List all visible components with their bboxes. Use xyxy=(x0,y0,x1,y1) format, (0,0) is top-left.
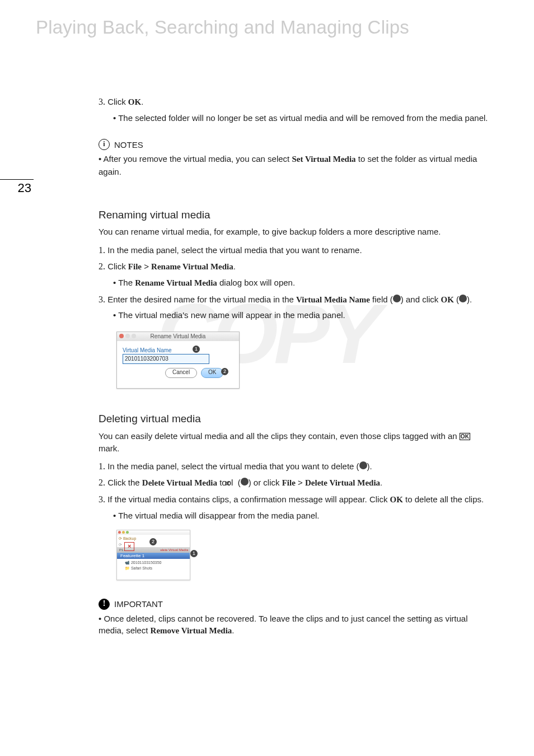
bold: Remove Virtual Media xyxy=(151,626,232,635)
heading-renaming: Renaming virtual media xyxy=(99,207,490,223)
bold: Rename Virtual Media xyxy=(135,278,217,287)
notes-label: NOTES xyxy=(114,139,143,151)
callout-1-icon: 1 xyxy=(393,295,401,302)
period: . xyxy=(380,478,382,487)
gt: > xyxy=(296,478,305,487)
important-label-row: ! IMPORTANT xyxy=(99,598,163,610)
mid2: ) and click xyxy=(401,295,441,304)
rename-step3-bullet: • The virtual media's new name will appe… xyxy=(99,309,490,321)
callout-1-icon: 1 xyxy=(190,550,198,557)
period: . xyxy=(233,262,236,271)
notes-bold: Set Virtual Media xyxy=(292,155,355,164)
renaming-intro: You can rename virtual media, for exampl… xyxy=(99,226,490,238)
backup-label: Backup xyxy=(123,536,136,540)
pclose: ). xyxy=(467,295,472,304)
file-bold: File xyxy=(128,262,142,271)
entries: 📹 20101103150350 📁 Safari Shots xyxy=(117,559,190,571)
zoom-icon xyxy=(132,334,136,338)
step-text: Click xyxy=(107,97,128,106)
post: . xyxy=(232,626,234,635)
delete-step3: 3. If the virtual media contains clips, … xyxy=(99,493,490,506)
window-traffic-lights xyxy=(119,334,136,338)
figure-rename-dialog: Rename Virtual Media Virtual Media Name … xyxy=(116,332,240,389)
notes-pre: • After you remove the virtual media, yo… xyxy=(99,154,292,164)
toolname-bold: Delete Virtual Media xyxy=(142,478,217,487)
ok-bold: OK xyxy=(390,495,403,504)
entry-label: Safari Shots xyxy=(131,566,152,570)
tab-label: P1… xyxy=(119,548,127,552)
gt: > xyxy=(142,262,151,271)
pre: • The xyxy=(113,278,135,287)
step-number: 2. xyxy=(99,478,105,487)
ok-mark-icon: OK xyxy=(460,433,470,440)
entry-label: 20101103150350 xyxy=(131,561,162,564)
step-number: 1. xyxy=(99,245,105,255)
rename-step2-bullet: • The Rename Virtual Media dialog box wi… xyxy=(99,277,490,290)
delete-step1: 1. In the media panel, select the virtua… xyxy=(99,460,490,473)
important-label: IMPORTANT xyxy=(114,598,163,610)
important-bullet: • Once deleted, clips cannot be recovere… xyxy=(99,613,490,638)
callout-2-icon: 2 xyxy=(241,478,249,486)
selected-media-row[interactable]: Featurette 1 xyxy=(117,553,190,559)
window-titlebar xyxy=(117,530,190,535)
callout-1-icon: 1 xyxy=(193,346,200,353)
popen: ( xyxy=(236,478,241,487)
post: to delete all the clips. xyxy=(403,494,484,504)
dialog-titlebar: Rename Virtual Media xyxy=(117,332,239,341)
page-number-box: 23 xyxy=(0,179,34,195)
rename-step1: 1. In the media panel, select the virtua… xyxy=(99,244,490,256)
cmd-bold: Rename Virtual Media xyxy=(151,262,233,271)
pre: Click the xyxy=(107,478,142,487)
cancel-button[interactable]: Cancel xyxy=(165,368,197,378)
pre: In the media panel, select the virtual m… xyxy=(107,461,359,471)
ok-bold: OK xyxy=(128,97,141,106)
callout-2-icon: 2 xyxy=(459,295,467,302)
popen: ( xyxy=(454,295,459,304)
minimize-icon xyxy=(125,334,130,338)
rename-step3: 3. Enter the desired name for the virtua… xyxy=(99,293,490,306)
close-icon xyxy=(119,334,124,338)
delete-step3-bullet: • The virtual media will disappear from … xyxy=(99,510,490,522)
list-item[interactable]: 📁 Safari Shots xyxy=(125,566,190,571)
callout-1-icon: 1 xyxy=(359,461,367,469)
step-3-bullet: • The selected folder will no longer be … xyxy=(99,112,490,124)
deleting-intro: You can easily delete virtual media and … xyxy=(99,430,490,455)
cmd-bold: Delete Virtual Media xyxy=(305,478,380,487)
pre: You can easily delete virtual media and … xyxy=(99,431,460,441)
rename-step2: 2. Click File > Rename Virtual Media. xyxy=(99,260,490,273)
file-bold: File xyxy=(282,478,296,487)
step-3-click-ok: 3. Click OK. xyxy=(99,95,490,109)
dialog-title: Rename Virtual Media xyxy=(151,333,206,339)
step-number: 1. xyxy=(99,461,105,471)
zoom-icon xyxy=(126,531,129,534)
close-icon xyxy=(118,531,121,534)
callout-2-icon: 2 xyxy=(221,368,228,375)
media-panel-window: ⟳ Backup ⟳ × P1… elete Virtual Media Fea… xyxy=(116,530,190,580)
step-number: 2. xyxy=(99,262,105,271)
post: ). xyxy=(367,461,372,471)
backup-button[interactable]: ⟳ Backup xyxy=(119,536,136,542)
window-traffic-lights xyxy=(118,531,129,534)
content-area: 3. Click OK. • The selected folder will … xyxy=(99,95,490,637)
info-icon: i xyxy=(99,139,110,150)
list-item[interactable]: 📹 20101103150350 xyxy=(125,560,190,566)
step-period: . xyxy=(141,97,143,106)
figure-media-panel: ⟳ Backup ⟳ × P1… elete Virtual Media Fea… xyxy=(116,530,192,581)
field-bold: Virtual Media Name xyxy=(296,295,370,304)
delete-step2: 2. Click the Delete Virtual Media tool ✕… xyxy=(99,476,490,489)
pre: If the virtual media contains clips, a c… xyxy=(107,494,390,504)
minimize-icon xyxy=(122,531,125,534)
callout-2-icon: 2 xyxy=(149,538,157,545)
notes-bullet: • After you remove the virtual media, yo… xyxy=(99,153,490,178)
step-text: In the media panel, select the virtual m… xyxy=(107,245,362,255)
step-number: 3. xyxy=(99,97,105,106)
mid2: ) or click xyxy=(249,478,282,487)
virtual-media-name-input[interactable]: 20101103200703 xyxy=(123,354,209,364)
pre: Enter the desired name for the virtual m… xyxy=(107,295,296,304)
post: mark. xyxy=(99,444,120,453)
tooltip-tail: elete Virtual Media xyxy=(160,547,190,553)
ok-button[interactable]: OK xyxy=(201,368,223,378)
page-header-title: Playing Back, Searching and Managing Cli… xyxy=(36,17,409,38)
page-number: 23 xyxy=(18,180,31,195)
notes-label-row: i NOTES xyxy=(99,139,143,151)
